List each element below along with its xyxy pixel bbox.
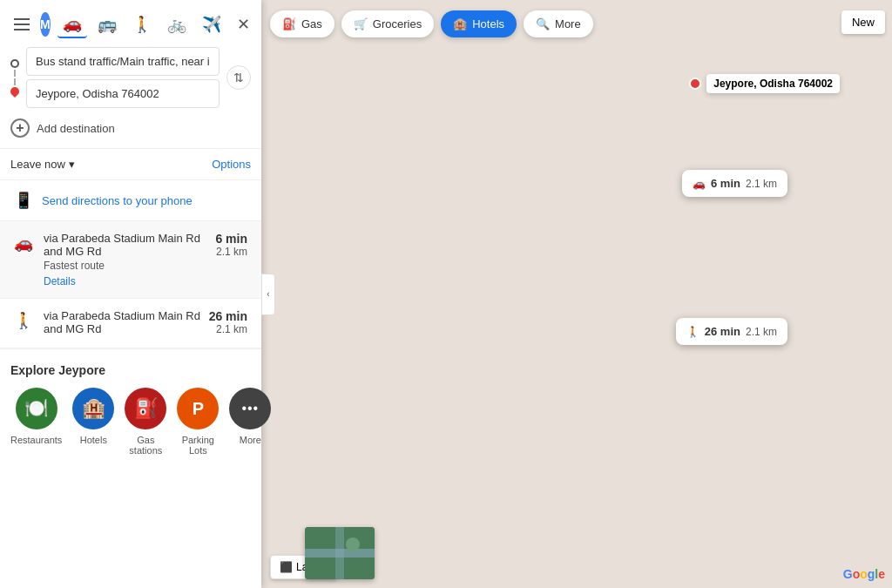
walk-mode-button[interactable]: 🚶 — [127, 11, 157, 37]
phone-icon: 📱 — [14, 191, 33, 210]
routes-container: 🚗 via Parabeda Stadium Main Rd and MG Rd… — [0, 221, 261, 348]
transit-mode-button[interactable]: 🚌 — [92, 11, 122, 37]
explore-more[interactable]: ••• More — [229, 388, 271, 456]
gas-filter-button[interactable]: ⛽ Gas — [270, 10, 334, 37]
driving-time-dist: 6 min 2.1 km — [215, 232, 247, 258]
gas-icon: ⛽ — [282, 17, 296, 30]
add-destination-button[interactable]: + — [10, 118, 30, 138]
send-directions-label: Send directions to your phone — [42, 194, 193, 207]
svg-point-110 — [346, 537, 360, 551]
driving-route-card[interactable]: 🚗 6 min 2.1 km — [682, 170, 787, 197]
car-route-icon: 🚗 — [693, 178, 706, 190]
hotels-circle: 🏨 — [72, 388, 114, 429]
input-fields — [26, 47, 220, 108]
groceries-icon: 🛒 — [354, 17, 368, 30]
more-filter-button[interactable]: 🔍 More — [524, 10, 593, 37]
destination-input[interactable] — [26, 79, 220, 108]
sidebar: M 🚗 🚌 🚶 🚲 ✈️ ✕ — [0, 0, 261, 588]
more-search-icon: 🔍 — [536, 17, 550, 30]
route-info-walking: via Parabeda Stadium Main Rd and MG Rd — [44, 309, 209, 337]
options-button[interactable]: Options — [212, 158, 251, 171]
restaurants-circle: 🍽️ — [16, 388, 57, 429]
restaurants-icon: 🍽️ — [24, 397, 48, 420]
walking-icon: 🚶 — [14, 311, 33, 330]
filter-bar: ⛽ Gas 🛒 Groceries 🏨 Hotels 🔍 More — [270, 10, 593, 37]
flight-mode-button[interactable]: ✈️ — [197, 11, 226, 37]
close-button[interactable]: ✕ — [233, 11, 253, 37]
explore-title: Explore Jeypore — [10, 363, 251, 377]
collapse-sidebar-button[interactable]: ‹ — [261, 274, 275, 315]
explore-hotels[interactable]: 🏨 Hotels — [72, 388, 114, 456]
explore-icons: 🍽️ Restaurants 🏨 Hotels ⛽ Gas stations — [10, 388, 251, 456]
route-inputs: ⇅ — [10, 47, 251, 108]
leave-now-button[interactable]: Leave now ▾ — [10, 158, 75, 171]
gas-explore-icon: ⛽ — [134, 397, 158, 420]
walking-time-dist: 26 min 2.1 km — [209, 309, 247, 335]
map-content: ⛽ Gas 🛒 Groceries 🏨 Hotels 🔍 More New Je… — [261, 0, 892, 588]
explore-parking[interactable]: P Parking Lots — [177, 388, 219, 456]
route-line — [14, 70, 16, 77]
leave-now-row: Leave now ▾ Options — [0, 148, 261, 179]
send-directions-row[interactable]: 📱 Send directions to your phone — [0, 180, 261, 220]
hotels-explore-icon: 🏨 — [82, 397, 105, 420]
sidebar-header: M 🚗 🚌 🚶 🚲 ✈️ ✕ — [0, 0, 261, 148]
drive-mode-button[interactable]: 🚗 — [57, 10, 87, 38]
walk-route-icon: 🚶 — [686, 326, 699, 338]
origin-input[interactable] — [26, 47, 220, 76]
google-logo: Google — [843, 567, 885, 581]
route-line-2 — [14, 78, 16, 85]
add-destination-row: + Add destination — [10, 112, 251, 141]
details-link[interactable]: Details — [44, 275, 215, 287]
origin-dot — [10, 59, 19, 68]
destination-pin — [9, 85, 21, 98]
google-maps-logo: M — [40, 12, 51, 37]
route-item-driving[interactable]: 🚗 via Parabeda Stadium Main Rd and MG Rd… — [0, 221, 261, 299]
more-dots-icon: ••• — [241, 401, 259, 416]
more-circle: ••• — [229, 388, 271, 429]
add-destination-label: Add destination — [37, 122, 115, 135]
explore-restaurants[interactable]: 🍽️ Restaurants — [10, 388, 62, 456]
route-info-driving: via Parabeda Stadium Main Rd and MG Rd F… — [44, 232, 215, 287]
walking-route-card[interactable]: 🚶 26 min 2.1 km — [676, 318, 787, 345]
destination-map-label: Jeypore, Odisha 764002 — [689, 74, 840, 93]
route-item-walking[interactable]: 🚶 via Parabeda Stadium Main Rd and MG Rd… — [0, 299, 261, 348]
new-button[interactable]: New — [841, 10, 885, 34]
hamburger-menu-button[interactable] — [10, 15, 33, 34]
explore-section: Explore Jeypore 🍽️ Restaurants 🏨 Hotels … — [0, 349, 261, 466]
map-thumbnail[interactable] — [305, 527, 375, 579]
groceries-filter-button[interactable]: 🛒 Groceries — [341, 10, 434, 37]
driving-icon: 🚗 — [14, 233, 33, 253]
gas-circle: ⛽ — [125, 388, 166, 429]
parking-icon: P — [193, 399, 204, 419]
layers-icon: ⬛ — [280, 561, 293, 573]
svg-rect-109 — [335, 527, 344, 579]
transport-mode-selector: 🚗 🚌 🚶 🚲 ✈️ — [57, 10, 226, 38]
bike-mode-button[interactable]: 🚲 — [162, 11, 192, 37]
dropdown-chevron-icon: ▾ — [69, 158, 75, 171]
swap-routes-button[interactable]: ⇅ — [226, 65, 251, 90]
waypoint-indicator — [10, 59, 19, 96]
parking-circle: P — [177, 388, 219, 429]
explore-gas-stations[interactable]: ⛽ Gas stations — [125, 388, 166, 456]
hotels-icon: 🏨 — [453, 17, 467, 30]
top-bar: M 🚗 🚌 🚶 🚲 ✈️ ✕ — [10, 10, 251, 38]
hotels-filter-button[interactable]: 🏨 Hotels — [441, 10, 517, 37]
